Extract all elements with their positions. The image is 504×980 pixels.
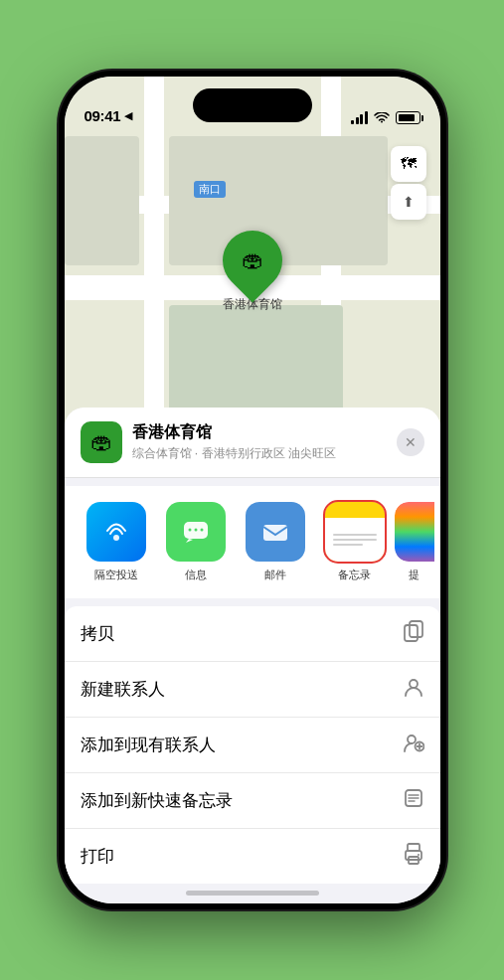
svg-point-0 [113,535,119,541]
phone-frame: 09:41 ◀ [59,71,446,909]
map-type-icon: 🗺 [401,155,417,173]
map-controls: 🗺 ⬆ [391,146,426,220]
location-pin: 🏟 香港体育馆 [223,231,282,313]
message-label: 信息 [185,568,207,582]
print-icon [403,843,424,870]
bottom-sheet: 🏟 香港体育馆 综合体育馆 · 香港特别行政区 油尖旺区 ✕ [65,408,440,903]
venue-description: 综合体育馆 · 香港特别行政区 油尖旺区 [132,445,387,462]
svg-rect-5 [263,525,287,541]
venue-header: 🏟 香港体育馆 综合体育馆 · 香港特别行政区 油尖旺区 ✕ [65,408,440,478]
action-list: 拷贝 新建联系人 [65,606,440,884]
new-contact-icon [403,676,424,703]
share-row: 隔空投送 信息 [65,486,440,598]
signal-bars-icon [351,112,368,124]
svg-rect-17 [408,844,420,851]
mail-icon [246,502,305,562]
quick-note-icon [403,787,424,814]
location-icon: ⬆ [403,194,415,210]
notes-icon [325,502,385,562]
action-add-contact-label: 添加到现有联系人 [81,734,216,756]
message-icon [166,502,226,562]
pin-circle: 🏟 [210,219,294,303]
share-item-more[interactable]: 提 [395,502,434,582]
home-indicator [186,891,319,896]
venue-close-button[interactable]: ✕ [397,428,424,456]
svg-rect-7 [405,625,418,641]
battery-icon [396,111,420,124]
svg-point-4 [200,529,203,532]
venue-icon: 🏟 [81,421,122,463]
location-button[interactable]: ⬆ [391,184,426,220]
status-time: 09:41 [84,107,121,124]
action-copy-label: 拷贝 [81,622,114,645]
action-quick-note-label: 添加到新快速备忘录 [81,789,233,812]
share-item-mail[interactable]: 邮件 [236,502,315,582]
map-label-nankou: 南口 [194,181,226,198]
location-arrow-icon: ◀ [124,109,132,122]
action-new-contact-label: 新建联系人 [81,678,165,701]
mail-label: 邮件 [264,568,286,582]
action-print[interactable]: 打印 [65,829,440,884]
svg-point-8 [410,680,418,688]
venue-info: 香港体育馆 综合体育馆 · 香港特别行政区 油尖旺区 [132,422,387,462]
action-add-contact[interactable]: 添加到现有联系人 [65,718,440,773]
action-print-label: 打印 [81,845,114,868]
pin-stadium-icon: 🏟 [242,247,263,273]
action-quick-note[interactable]: 添加到新快速备忘录 [65,773,440,829]
svg-point-9 [408,735,416,743]
share-item-notes[interactable]: 备忘录 [315,502,395,582]
share-item-airdrop[interactable]: 隔空投送 [77,502,156,582]
venue-emoji-icon: 🏟 [90,429,112,455]
svg-point-20 [418,854,420,856]
status-icons [351,111,420,124]
action-copy[interactable]: 拷贝 [65,606,440,662]
map-type-button[interactable]: 🗺 [391,146,426,182]
action-new-contact[interactable]: 新建联系人 [65,662,440,718]
airdrop-label: 隔空投送 [94,568,138,582]
share-item-message[interactable]: 信息 [156,502,236,582]
copy-icon [403,620,424,647]
svg-rect-6 [410,621,422,637]
phone-screen: 09:41 ◀ [65,77,440,903]
airdrop-icon [86,502,146,562]
svg-point-2 [188,529,191,532]
notes-label: 备忘录 [338,568,371,582]
more-label: 提 [409,568,420,582]
svg-point-3 [194,529,197,532]
wifi-icon [374,112,390,124]
add-contact-icon [403,732,424,758]
venue-name: 香港体育馆 [132,422,387,443]
dynamic-island [193,88,312,122]
